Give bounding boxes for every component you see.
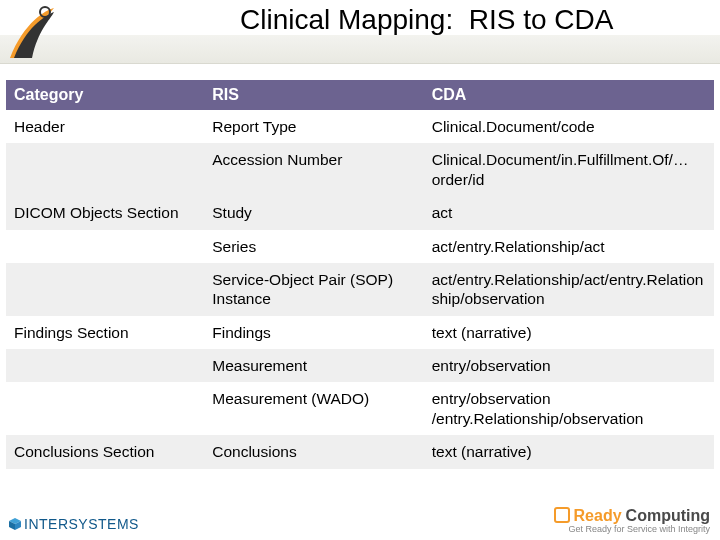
- cell-cda: entry/observation /entry.Relationship/ob…: [424, 382, 714, 435]
- footer-right-brand: Ready Computing Get Ready for Service wi…: [554, 505, 710, 534]
- table-row: Measuremententry/observation: [6, 349, 714, 382]
- intersystems-wordmark: INTERSYSTEMS: [24, 516, 139, 532]
- col-header-category: Category: [6, 80, 204, 110]
- cell-ris: Measurement: [204, 349, 423, 382]
- cell-cda: entry/observation: [424, 349, 714, 382]
- cell-category: [6, 382, 204, 435]
- cell-ris: Study: [204, 196, 423, 229]
- computing-word: Computing: [626, 507, 710, 525]
- cell-cda: act: [424, 196, 714, 229]
- intersystems-cube-icon: [8, 517, 22, 531]
- cell-category: DICOM Objects Section: [6, 196, 204, 229]
- table-row: HeaderReport TypeClinical.Document/code: [6, 110, 714, 143]
- cell-category: [6, 263, 204, 316]
- cell-cda: text (narrative): [424, 435, 714, 468]
- cell-cda: act/entry.Relationship/act/entry.Relatio…: [424, 263, 714, 316]
- mapping-table-container: Category RIS CDA HeaderReport TypeClinic…: [6, 80, 714, 469]
- table-header-row: Category RIS CDA: [6, 80, 714, 110]
- slide-header: Clinical Mapping: RIS to CDA: [0, 0, 720, 64]
- table-row: Accession NumberClinical.Document/in.Ful…: [6, 143, 714, 196]
- col-header-cda: CDA: [424, 80, 714, 110]
- ready-box-icon: [554, 507, 570, 523]
- table-row: Measurement (WADO)entry/observation /ent…: [6, 382, 714, 435]
- cell-category: Conclusions Section: [6, 435, 204, 468]
- table-row: Service-Object Pair (SOP) Instanceact/en…: [6, 263, 714, 316]
- cell-ris: Conclusions: [204, 435, 423, 468]
- col-header-ris: RIS: [204, 80, 423, 110]
- cell-cda: Clinical.Document/code: [424, 110, 714, 143]
- swoosh-logo-icon: [4, 2, 58, 60]
- cell-category: [6, 143, 204, 196]
- cell-ris: Report Type: [204, 110, 423, 143]
- cell-category: [6, 230, 204, 263]
- cell-ris: Series: [204, 230, 423, 263]
- table-row: Findings SectionFindingstext (narrative): [6, 316, 714, 349]
- ready-tagline: Get Ready for Service with Integrity: [554, 524, 710, 534]
- cell-cda: text (narrative): [424, 316, 714, 349]
- cell-cda: Clinical.Document/in.Fulfillment.Of/…ord…: [424, 143, 714, 196]
- cell-cda: act/entry.Relationship/act: [424, 230, 714, 263]
- cell-ris: Findings: [204, 316, 423, 349]
- footer-left-brand: INTERSYSTEMS: [8, 516, 139, 532]
- cell-category: Header: [6, 110, 204, 143]
- table-row: Seriesact/entry.Relationship/act: [6, 230, 714, 263]
- ready-word: Ready: [574, 507, 622, 525]
- cell-category: [6, 349, 204, 382]
- table-row: Conclusions SectionConclusionstext (narr…: [6, 435, 714, 468]
- cell-ris: Accession Number: [204, 143, 423, 196]
- slide-footer: INTERSYSTEMS Ready Computing Get Ready f…: [0, 494, 720, 540]
- cell-ris: Service-Object Pair (SOP) Instance: [204, 263, 423, 316]
- cell-category: Findings Section: [6, 316, 204, 349]
- table-row: DICOM Objects SectionStudyact: [6, 196, 714, 229]
- cell-ris: Measurement (WADO): [204, 382, 423, 435]
- slide-title: Clinical Mapping: RIS to CDA: [240, 4, 710, 36]
- mapping-table: Category RIS CDA HeaderReport TypeClinic…: [6, 80, 714, 469]
